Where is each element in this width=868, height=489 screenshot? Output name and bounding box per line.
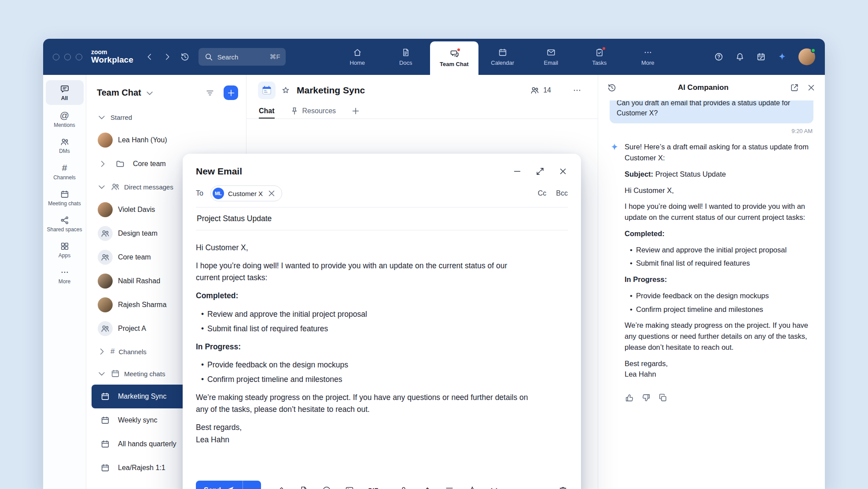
channel-more-button[interactable] [572, 85, 582, 95]
cc-button[interactable]: Cc [538, 189, 547, 197]
thumbs-down-button[interactable] [641, 393, 651, 403]
ai-companion-button[interactable] [777, 52, 787, 62]
notifications-button[interactable] [735, 52, 745, 62]
rail-item-shared-spaces[interactable]: Shared spaces [46, 211, 84, 236]
filter-button[interactable] [205, 88, 215, 98]
gif-button[interactable]: GIF [368, 487, 379, 489]
lock-button[interactable] [399, 485, 408, 489]
code-snippet-button[interactable]: {x} [490, 487, 498, 489]
bcc-button[interactable]: Bcc [556, 189, 568, 197]
star-icon[interactable] [281, 85, 291, 95]
rail-item-all[interactable]: All [46, 80, 84, 105]
nav-email[interactable]: Email [527, 39, 575, 75]
to-field[interactable]: To ML Customer X Cc Bcc [196, 185, 568, 207]
signoff: Best regards, [625, 359, 668, 367]
section-starred[interactable]: Starred [86, 106, 246, 128]
subject-field[interactable]: Project Status Update [196, 207, 568, 230]
more-options-button[interactable] [511, 485, 521, 489]
channel-tabs: Chat Resources [246, 103, 598, 119]
add-tab-button[interactable] [351, 106, 360, 116]
rail-label: Mentions [54, 122, 75, 129]
recipient-avatar: ML [213, 188, 224, 199]
calendar-icon [498, 48, 508, 57]
rail-item-apps[interactable]: Apps [46, 237, 84, 262]
remove-recipient-icon[interactable] [267, 189, 276, 198]
close-panel-button[interactable] [806, 83, 816, 93]
ai-inprogress-list: Provide feedback on the design mockups C… [625, 290, 813, 315]
window-control-dot[interactable] [64, 54, 71, 60]
signature-button[interactable] [276, 485, 286, 489]
open-in-new-window-button[interactable] [790, 83, 799, 93]
history-button[interactable] [180, 52, 190, 62]
app-body: All @ Mentions DMs # Channels Meeting ch… [43, 75, 825, 489]
email-completed-label: Completed: [196, 290, 530, 302]
nav-tasks[interactable]: Tasks [575, 39, 624, 75]
user-avatar[interactable] [798, 48, 815, 65]
format-button[interactable] [445, 485, 454, 489]
zoom-workplace-logo: zoom Workplace [91, 49, 133, 65]
back-button[interactable] [145, 52, 154, 62]
nav-more[interactable]: More [624, 39, 672, 75]
ai-response-closing: We’re making steady progress on the proj… [625, 320, 813, 352]
email-body-editor[interactable]: Hi Customer X, I hope you’re doing well!… [196, 230, 530, 474]
recipient-chip[interactable]: ML Customer X [210, 185, 282, 201]
avatar [98, 133, 113, 148]
list-item: Confirm project timeline and milestones [199, 374, 530, 385]
thumbs-up-button[interactable] [625, 393, 634, 403]
window-control-dot[interactable] [76, 54, 82, 60]
rail-item-more[interactable]: More [46, 263, 84, 288]
tab-resources[interactable]: Resources [290, 103, 336, 119]
close-button[interactable] [558, 167, 568, 176]
subject-label: Subject: [625, 170, 653, 178]
schedule-button[interactable] [756, 52, 766, 62]
window-control-dot[interactable] [53, 54, 59, 60]
list-item: Confirm project timeline and milestones [628, 304, 813, 315]
template-button[interactable] [299, 485, 309, 489]
ai-compose-button[interactable] [467, 485, 477, 489]
ai-response-body-intro: I hope you’re doing well! I wanted to pr… [625, 201, 813, 223]
ai-history-button[interactable] [607, 83, 617, 93]
copy-button[interactable] [658, 393, 668, 403]
chevron-right-icon [97, 347, 107, 356]
nav-docs[interactable]: Docs [382, 39, 430, 75]
discard-button[interactable] [558, 485, 568, 489]
nav-home[interactable]: Home [333, 39, 382, 75]
edit-button[interactable] [422, 485, 431, 489]
send-options-button[interactable] [243, 481, 261, 489]
email-closing: We’re making steady progress on the proj… [196, 392, 530, 415]
window-controls[interactable] [53, 54, 82, 60]
image-button[interactable] [345, 485, 354, 489]
rail-item-dms[interactable]: DMs [46, 133, 84, 158]
tab-chat[interactable]: Chat [259, 103, 275, 119]
rail-item-channels[interactable]: # Channels [46, 159, 84, 184]
recipient-name: Customer X [228, 190, 263, 197]
nav-team-chat[interactable]: Team Chat [430, 41, 478, 75]
rail-label: More [59, 279, 70, 285]
send-icon [225, 485, 235, 489]
logo-zoom: zoom [91, 49, 133, 56]
new-chat-button[interactable] [224, 85, 238, 100]
search-input[interactable]: Search ⌘F [199, 48, 286, 66]
chevron-down-icon[interactable] [145, 88, 154, 98]
avatar [98, 297, 113, 312]
avatar [98, 274, 113, 289]
minimize-button[interactable] [512, 167, 522, 176]
list-item: Review and approve the initial project p… [628, 244, 813, 256]
list-item-lea-hanh[interactable]: Lea Hanh (You) [92, 128, 241, 152]
send-button[interactable]: Send [196, 481, 243, 489]
to-label: To [196, 189, 203, 197]
emoji-button[interactable] [322, 485, 331, 489]
group-avatar [98, 226, 113, 241]
ai-companion-panel: AI Companion Can you draft an email that… [598, 75, 825, 489]
ai-completed-list: Review and approve the initial project p… [625, 244, 813, 269]
help-button[interactable] [714, 52, 724, 62]
ai-inprogress-label: In Progress: [625, 274, 813, 285]
rail-item-mentions[interactable]: @ Mentions [46, 106, 84, 132]
expand-button[interactable] [535, 167, 545, 176]
nav-calendar[interactable]: Calendar [478, 39, 527, 75]
chevron-down-icon [97, 112, 107, 122]
forward-button[interactable] [162, 52, 172, 62]
members-button[interactable]: 14 [530, 85, 551, 95]
people-icon [530, 85, 540, 95]
rail-item-meeting-chats[interactable]: Meeting chats [46, 185, 84, 210]
